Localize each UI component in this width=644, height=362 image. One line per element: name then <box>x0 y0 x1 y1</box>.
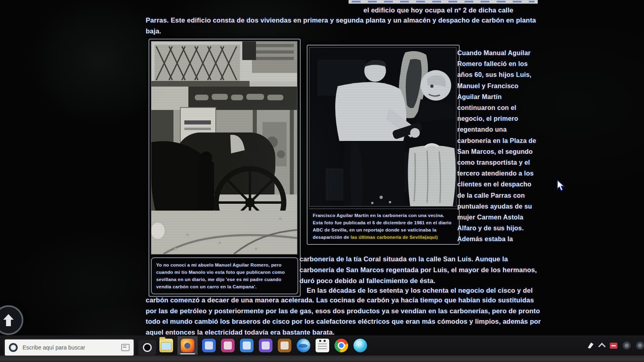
browser-top-strip <box>349 0 538 4</box>
system-tray <box>587 335 644 356</box>
taskbar-search[interactable] <box>5 339 134 356</box>
magenta-app-button[interactable] <box>220 336 235 355</box>
paragraph-2-continuation: carbón comenzó a decaer de una manera ac… <box>146 295 541 337</box>
left-figure: Yo no conocí a mi abuelo Manuel Aguilar … <box>149 39 301 297</box>
office-blue-app-icon <box>202 339 216 352</box>
chrome-icon <box>334 339 348 352</box>
eye-circle-icon <box>143 343 152 352</box>
onenote-app-button[interactable] <box>258 336 273 355</box>
photos-app-button[interactable] <box>277 336 292 355</box>
stylus-tray-icon[interactable] <box>587 342 594 349</box>
search-input[interactable] <box>22 344 117 351</box>
paragraph-2-first-line: En las décadas de los setenta y los oche… <box>307 285 540 296</box>
left-figure-caption: Yo no conocí a mi abuelo Manuel Aguilar … <box>151 257 298 294</box>
cortana-circle-icon[interactable] <box>9 343 18 352</box>
edge-icon <box>297 339 310 352</box>
blue-app-button[interactable] <box>239 336 254 355</box>
file-explorer-button[interactable] <box>159 336 174 355</box>
office-blue-app-button[interactable] <box>201 336 217 355</box>
mid-paragraph: carbonería de la tía Coral situada en la… <box>299 254 539 286</box>
notepad-app-button[interactable] <box>315 336 330 355</box>
firefox-button[interactable] <box>178 336 198 355</box>
carboneria-interior-photo[interactable] <box>309 47 456 207</box>
taskview-button[interactable] <box>138 340 156 355</box>
chrome-button[interactable] <box>334 336 349 355</box>
photos-app-icon <box>278 339 291 352</box>
edge-button[interactable] <box>296 336 311 355</box>
paragraph-1-last-words: el edificio que hoy ocupa el nº 2 de dic… <box>363 5 541 16</box>
skype-button[interactable] <box>353 336 368 355</box>
right-column-paragraph: Cuando Manual Aguilar Romero falleció en… <box>457 48 540 245</box>
taskbar-apps <box>159 336 368 355</box>
file-explorer-icon <box>159 339 173 352</box>
hidden-icons-chevron[interactable] <box>598 343 605 350</box>
taskbar <box>0 335 644 356</box>
right-figure: Francisco Aguilar Martín en la carbonerí… <box>307 45 460 245</box>
right-figure-caption: Francisco Aguilar Martín en la carbonerí… <box>309 209 457 242</box>
skype-icon <box>353 339 367 352</box>
tray-partial-icon-2[interactable] <box>636 341 644 350</box>
last-carbonerias-link[interactable]: las últimas carbonería de Sevilla(aquí) <box>351 235 438 240</box>
red-status-tray-icon[interactable] <box>610 343 617 349</box>
monitor-screen: el edificio que hoy ocupa el nº 2 de dic… <box>0 0 644 362</box>
magenta-app-icon <box>221 339 235 352</box>
tray-partial-icon-1[interactable] <box>623 341 631 350</box>
up-arrow-icon <box>3 314 14 326</box>
notepad-app-icon <box>316 339 329 352</box>
mouse-cursor <box>557 180 566 191</box>
firefox-icon <box>181 339 194 352</box>
blue-app-icon <box>240 339 254 352</box>
onenote-app-icon <box>259 339 272 352</box>
coal-cart-street-photo[interactable] <box>151 41 297 254</box>
scroll-to-top-button[interactable] <box>0 305 23 335</box>
paragraph-1-continuation: Parras. Este edificio consta de dos vivi… <box>146 15 539 37</box>
keyboard-icon[interactable] <box>121 344 130 351</box>
monitor-bezel <box>0 356 644 362</box>
